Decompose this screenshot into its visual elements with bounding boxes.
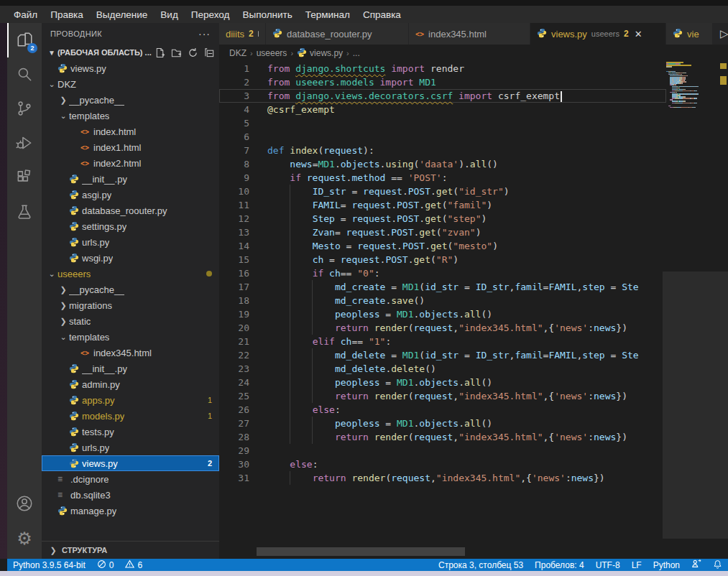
code-line[interactable]: 28 return render(request,"index345.html"… <box>219 430 666 444</box>
code-line[interactable]: 13 Zvan= request.POST.get("zvan") <box>219 226 666 239</box>
status-item[interactable]: UTF-8 <box>590 560 626 570</box>
menu-item-Выполнить[interactable]: Выполнить <box>236 9 298 20</box>
code-line[interactable]: 5 <box>219 116 666 130</box>
minimap[interactable] <box>666 62 719 108</box>
tree-item-db.sqlite3[interactable]: ≡db.sqlite3 <box>42 487 219 503</box>
tree-item-database_roouter.py[interactable]: database_roouter.py <box>42 203 219 218</box>
breadcrumb-item[interactable]: DKZ <box>229 48 246 58</box>
code-line[interactable]: 18 md_create.save() <box>219 294 666 307</box>
tree-item-views.py[interactable]: views.py2 <box>42 455 219 471</box>
status-item[interactable]: Python 3.9.5 64-bit <box>7 560 91 570</box>
activity-testing-icon[interactable] <box>7 195 42 230</box>
tree-item-migrations[interactable]: ❯migrations <box>42 297 219 313</box>
tree-item-templates[interactable]: ⌄templates <box>42 329 219 345</box>
tab-vie[interactable]: vie <box>666 23 713 45</box>
activity-account-icon[interactable] <box>7 487 42 521</box>
code-line[interactable]: 19 peopless = MD1.objects.all() <box>219 307 666 321</box>
activity-search-icon[interactable] <box>7 57 42 92</box>
close-icon[interactable]: ✕ <box>635 29 642 40</box>
code-line[interactable]: 29 <box>219 444 666 457</box>
code-line[interactable]: 30 else: <box>219 457 666 471</box>
code-line[interactable]: 9 if request.method == 'POST': <box>219 171 666 185</box>
status-item[interactable]: Python <box>648 560 686 570</box>
code-line[interactable]: 2from useeers.models import MD1 <box>219 75 666 89</box>
activity-settings-gear-icon[interactable]: ⚙ <box>7 521 42 556</box>
collapse-all-icon[interactable] <box>204 47 215 58</box>
code-line[interactable]: 6 <box>219 130 666 144</box>
code-line[interactable]: 8 news=MD1.objects.using('daata').all() <box>219 157 666 171</box>
code-line[interactable]: 4@csrf_exempt <box>219 103 666 116</box>
tab-views.py[interactable]: views.pyuseeers2✕ <box>530 23 666 45</box>
tree-item-asgi.py[interactable]: asgi.py <box>42 187 219 203</box>
activity-extensions-icon[interactable] <box>7 161 42 195</box>
code-line[interactable]: 21 elif ch== "1": <box>219 335 666 348</box>
code-line[interactable]: 22 md_delete = MD1(id_str = ID_str,famil… <box>219 348 666 362</box>
code-line[interactable]: 16 if ch== "0": <box>219 266 666 280</box>
tree-item-wsgi.py[interactable]: wsgi.py <box>42 250 219 266</box>
status-item-feedback-icon[interactable] <box>686 559 707 571</box>
breadcrumb-item[interactable]: views.py <box>297 47 343 60</box>
code-line[interactable]: 20 return render(request,"index345.html"… <box>219 321 666 335</box>
status-item-warning-icon[interactable]: 6 <box>119 559 148 571</box>
code-line[interactable]: 14 Mesto = request.POST.get("mesto") <box>219 239 666 253</box>
code-line[interactable]: 10 ID_str = request.POST.get("id_str") <box>219 185 666 198</box>
code-line[interactable]: 26 else: <box>219 403 666 417</box>
menu-item-Вид[interactable]: Вид <box>154 9 184 20</box>
tab-database_roouter.py[interactable]: database_roouter.py <box>266 23 409 45</box>
tree-item-__pycache__[interactable]: ❯__pycache__ <box>42 92 219 108</box>
code-line[interactable]: 25 return render(request,"index345.html"… <box>219 389 666 403</box>
outline-section-header[interactable]: ❯ СТРУКТУРА <box>42 541 219 559</box>
tree-item-__init__.py[interactable]: __init__.py <box>42 171 219 187</box>
tree-item-DKZ[interactable]: ⌄DKZ <box>42 76 219 92</box>
code-line[interactable]: 24 peopless = MD1.objects.all() <box>219 376 666 389</box>
tab-index345.html[interactable]: <>index345.html <box>409 23 530 45</box>
activity-source-control-icon[interactable] <box>7 92 42 126</box>
breadcrumb-item[interactable]: useeers <box>257 48 287 58</box>
code-line[interactable]: 1from django.shortcuts import render <box>219 62 666 75</box>
breadcrumb-item[interactable]: ... <box>353 48 360 58</box>
tree-item-settings.py[interactable]: settings.py <box>42 218 219 234</box>
new-file-icon[interactable] <box>155 47 165 58</box>
tree-item-index.html[interactable]: <>index.html <box>42 124 219 139</box>
menu-item-Правка[interactable]: Правка <box>44 9 90 20</box>
code-line[interactable]: 31 return render(request,"index345.html"… <box>219 471 666 485</box>
workspace-section-header[interactable]: ▼ (РАБОЧАЯ ОБЛАСТЬ) ... <box>42 45 219 60</box>
menu-item-Файл[interactable]: Файл <box>7 9 44 20</box>
tree-item-useeers[interactable]: ⌄useeers <box>42 266 219 282</box>
code-editor[interactable]: 1from django.shortcuts import render2fro… <box>219 62 666 559</box>
tree-item-tests.py[interactable]: tests.py <box>42 424 219 440</box>
tree-item-templates[interactable]: ⌄templates <box>42 108 219 124</box>
sidebar-more-actions-icon[interactable]: ··· <box>198 28 211 40</box>
activity-run-debug-icon[interactable] <box>7 126 42 161</box>
tree-item-admin.py[interactable]: admin.py <box>42 376 219 392</box>
code-line[interactable]: 7def index(request): <box>219 144 666 157</box>
vertical-scrollbar[interactable] <box>719 60 728 559</box>
run-python-file-icon[interactable]: ▷ <box>720 27 728 40</box>
refresh-icon[interactable] <box>188 47 198 58</box>
tree-item-index345.html[interactable]: <>index345.html <box>42 345 219 361</box>
menu-item-Выделение[interactable]: Выделение <box>90 9 155 20</box>
tree-item-apps.py[interactable]: apps.py1 <box>42 392 219 408</box>
code-line[interactable]: 17 md_create = MD1(id_str = ID_str,famil… <box>219 280 666 294</box>
tree-item-urls.py[interactable]: urls.py <box>42 440 219 455</box>
tree-item-manage.py[interactable]: manage.py <box>42 503 219 519</box>
menu-item-Терминал[interactable]: Терминал <box>299 9 356 20</box>
status-item[interactable]: LF <box>626 560 648 570</box>
tree-item-.dcignore[interactable]: ≡.dcignore <box>42 471 219 487</box>
status-item-bell-icon[interactable] <box>707 559 728 571</box>
code-line[interactable]: 3from django.views.decorators.csrf impor… <box>219 89 666 103</box>
code-line[interactable]: 23 md_delete.delete() <box>219 362 666 376</box>
code-line[interactable]: 11 FAMIL= request.POST.get("famil") <box>219 198 666 212</box>
code-line[interactable]: 12 Step = request.POST.get("step") <box>219 212 666 226</box>
new-folder-icon[interactable] <box>171 47 182 58</box>
tree-item-urls.py[interactable]: urls.py <box>42 234 219 250</box>
code-line[interactable]: 15 ch = request.POST.get("R") <box>219 253 666 266</box>
status-item[interactable]: Строка 3, столбец 53 <box>433 560 529 570</box>
status-item-error-icon[interactable]: 0 <box>91 559 120 571</box>
tree-item-models.py[interactable]: models.py1 <box>42 408 219 424</box>
tree-item-index1.html[interactable]: <>index1.html <box>42 139 219 155</box>
activity-explorer-icon[interactable]: 2 <box>7 23 42 57</box>
tree-item-index2.html[interactable]: <>index2.html <box>42 155 219 171</box>
status-item[interactable]: Пробелов: 4 <box>529 560 590 570</box>
tab-diiits[interactable]: diiits2 <box>219 23 266 45</box>
